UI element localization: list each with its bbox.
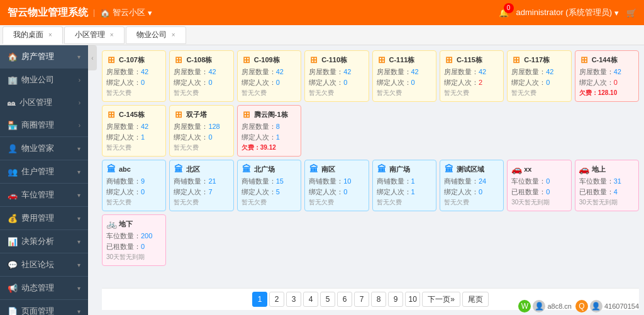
sidebar-label-forum: 社区论坛: [21, 259, 54, 270]
cart-icon[interactable]: 🛒: [626, 8, 636, 18]
sidebar-item-community[interactable]: 🏘 小区管理 ›: [0, 91, 88, 114]
house-card-c111[interactable]: ⊞ C-111栋 房屋数量：42 绑定人次：0 暂无欠费: [372, 50, 436, 102]
shop-card-north-plaza[interactable]: 🏛 北广场 商铺数量：15 绑定人次：5 暂无欠费: [237, 160, 301, 211]
sidebar-item-parking[interactable]: 🚗 车位管理 ▾: [0, 184, 88, 206]
house-card-twins[interactable]: ⊞ 双子塔 房屋数量：128 绑定人次：0 暂无欠费: [169, 105, 233, 157]
house-card-c108[interactable]: ⊞ C-108栋 房屋数量：42 绑定人次：0 暂无欠费: [169, 50, 233, 102]
tab-community[interactable]: 小区管理 ×: [64, 26, 125, 44]
tab-close-icon[interactable]: ×: [110, 31, 114, 38]
room-count: 房屋数量：128: [174, 122, 229, 131]
house-icon: ⊞: [106, 55, 116, 65]
parking-row: 🚲 地下 车位数量：200 已租数量：0 30天暂无到期: [102, 214, 639, 266]
house-card-tengyun[interactable]: ⊞ 腾云阁-1栋 房屋数量：8 绑定人次：1 欠费：39.12: [237, 105, 301, 157]
card-name: C-145栋: [119, 110, 145, 119]
chevron-icon: ▾: [77, 169, 80, 175]
community-icon: 🏘: [8, 98, 16, 108]
last-page-button[interactable]: 尾页: [462, 292, 489, 307]
parking-card-xx[interactable]: 🚗 xx 车位数量：0 已租数量：0 30天暂无到期: [507, 160, 571, 211]
page-4-button[interactable]: 4: [303, 292, 318, 307]
page-6-button[interactable]: 6: [337, 292, 352, 307]
shop-card-south-plaza[interactable]: 🏛 南广场 商铺数量：1 绑定人次：1 暂无欠费: [372, 160, 436, 211]
page-1-button[interactable]: 1: [252, 292, 267, 307]
page-2-button[interactable]: 2: [269, 292, 284, 307]
shop-count: 商铺数量：24: [444, 177, 499, 186]
community-selector[interactable]: 🏠 智云小区 ▾: [100, 7, 152, 18]
debt-status: 暂无欠费: [377, 198, 432, 207]
debt-status: 暂无欠费: [174, 143, 229, 152]
sidebar-item-pages[interactable]: 📄 页面管理 ▾: [0, 300, 88, 315]
debt-status: 暂无欠费: [174, 198, 229, 207]
sidebar-item-analytics[interactable]: 📊 决策分析 ▾: [0, 230, 88, 253]
sidebar-collapse-arrow[interactable]: ‹: [88, 45, 97, 70]
room-count: 房屋数量：42: [511, 67, 567, 77]
card-name: 地下: [119, 219, 133, 229]
card-name: 南广场: [389, 165, 410, 174]
shop-card-north[interactable]: 🏛 北区 商铺数量：21 绑定人次：7 暂无欠费: [169, 160, 233, 211]
parking-card-above[interactable]: 🚗 地上 车位数量：31 已租数量：4 30天暂无到期: [575, 160, 639, 211]
house-card-c110[interactable]: ⊞ C-110栋 房屋数量：42 绑定人次：0 暂无欠费: [304, 50, 369, 102]
house-card-c117[interactable]: ⊞ C-117栋 房屋数量：42 绑定人次：0 暂无欠费: [507, 50, 571, 102]
tab-close-icon[interactable]: ×: [48, 31, 52, 38]
house-row-2: ⊞ C-145栋 房屋数量：42 绑定人次：1 暂无欠费 ⊞ 双子塔 房屋数量：…: [102, 105, 639, 157]
bell-button[interactable]: 🔔 0: [499, 8, 509, 18]
page-7-button[interactable]: 7: [354, 292, 369, 307]
chevron-icon: ▾: [77, 145, 80, 152]
card-name: C-108栋: [186, 55, 212, 65]
bound-count: 绑定人次：1: [242, 133, 297, 142]
page-9-button[interactable]: 9: [388, 292, 403, 307]
bound-count: 绑定人次：0: [309, 78, 364, 87]
sidebar-item-property-mgmt[interactable]: 🏠 房产管理 ▾: [0, 45, 88, 68]
debt-status: 暂无欠费: [106, 89, 162, 97]
debt-status: 暂无欠费: [444, 198, 499, 207]
shop-icon: 🏛: [106, 164, 116, 174]
page-5-button[interactable]: 5: [320, 292, 335, 307]
shop-card-test[interactable]: 🏛 测试区域 商铺数量：24 绑定人次：0 暂无欠费: [440, 160, 504, 211]
shop-count: 商铺数量：1: [377, 177, 432, 186]
sidebar-item-residents[interactable]: 👥 住户管理 ▾: [0, 160, 88, 183]
shop-count: 商铺数量：10: [309, 177, 364, 186]
room-count: 房屋数量：42: [377, 67, 432, 77]
sidebar-item-butler[interactable]: 👤 物业管家 ▾: [0, 137, 88, 160]
sidebar-item-fees[interactable]: 💰 费用管理 ▾: [0, 207, 88, 229]
bound-count: 绑定人次：0: [309, 187, 364, 197]
house-icon: ⊞: [174, 109, 184, 119]
sidebar-label-property: 房产管理: [21, 51, 54, 62]
tab-property[interactable]: 物业公司 ×: [126, 26, 186, 44]
next-page-button[interactable]: 下一页»: [422, 292, 460, 307]
house-card-c145[interactable]: ⊞ C-145栋 房屋数量：42 绑定人次：1 暂无欠费: [102, 105, 166, 157]
admin-chevron-icon: ▾: [614, 8, 619, 18]
shop-card-abc[interactable]: 🏛 abc 商铺数量：9 绑定人次：0 暂无欠费: [102, 160, 166, 211]
house-card-c109[interactable]: ⊞ C-109栋 房屋数量：42 绑定人次：0 暂无欠费: [237, 50, 301, 102]
card-name: 测试区域: [457, 165, 484, 174]
bound-count: 绑定人次：0: [242, 78, 297, 87]
parking-card-underground[interactable]: 🚲 地下 车位数量：200 已租数量：0 30天暂无到期: [102, 214, 166, 266]
page-10-button[interactable]: 10: [405, 292, 420, 307]
sidebar-item-property-co[interactable]: 🏢 物业公司 ›: [0, 69, 88, 91]
shop-icon: 🏪: [8, 121, 18, 130]
room-count: 房屋数量：42: [106, 122, 162, 131]
house-card-c107[interactable]: ⊞ C-107栋 房屋数量：42 绑定人次：0 暂无欠费: [102, 50, 166, 102]
sidebar-label-parking: 车位管理: [21, 189, 54, 201]
house-card-c144[interactable]: ⊞ C-144栋 房屋数量：42 绑定人次：0 欠费：128.10: [575, 50, 639, 102]
tab-close-icon[interactable]: ×: [172, 31, 175, 38]
sidebar-label-community: 小区管理: [19, 97, 52, 108]
shop-icon: 🏛: [309, 164, 319, 174]
page-3-button[interactable]: 3: [286, 292, 301, 307]
tab-desktop[interactable]: 我的桌面 ×: [3, 26, 63, 44]
house-card-c115[interactable]: ⊞ C-115栋 房屋数量：42 绑定人次：2 暂无欠费: [440, 50, 504, 102]
chevron-icon: ›: [79, 122, 80, 129]
admin-name: administrator (系统管理员): [516, 7, 612, 18]
page-8-button[interactable]: 8: [371, 292, 386, 307]
sidebar-item-dynamics[interactable]: 📢 动态管理 ▾: [0, 277, 88, 299]
card-name: 北区: [186, 165, 200, 174]
community-name: 智云小区: [113, 7, 145, 18]
shop-icon: 🏛: [444, 164, 454, 174]
admin-dropdown[interactable]: administrator (系统管理员) ▾: [516, 7, 619, 18]
sidebar-item-commerce[interactable]: 🏪 商圈管理 ›: [0, 114, 88, 136]
sidebar-item-forum[interactable]: 💬 社区论坛 ▾: [0, 253, 88, 276]
qq-icon: Q: [575, 300, 588, 312]
card-name: C-111栋: [389, 55, 415, 65]
header-right: 🔔 0 administrator (系统管理员) ▾ 🛒: [499, 7, 636, 18]
bound-count: 绑定人次：1: [377, 187, 432, 197]
shop-card-south[interactable]: 🏛 南区 商铺数量：10 绑定人次：0 暂无欠费: [304, 160, 369, 211]
